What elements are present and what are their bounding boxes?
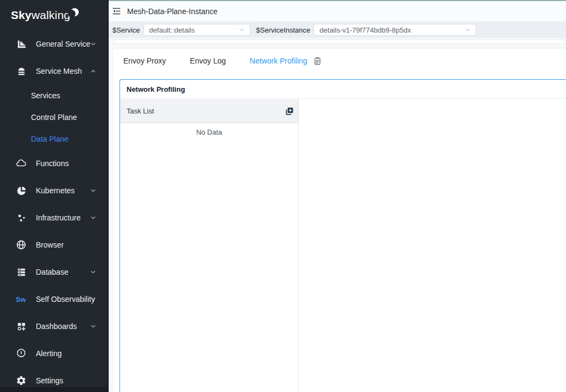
- sidebar-item-services[interactable]: Services: [0, 85, 108, 106]
- panel-body: Task List No Data: [120, 99, 566, 392]
- sidebar-item-general-service[interactable]: General Service: [0, 30, 108, 58]
- tab-envoy-proxy[interactable]: Envoy Proxy: [123, 56, 166, 65]
- pie-chart-icon: [16, 185, 27, 196]
- logo-text-primary: Sky: [11, 9, 32, 22]
- task-list-header: Task List: [120, 99, 298, 123]
- sidebar-item-label: Functions: [36, 159, 69, 168]
- sidebar-item-label: Dashboards: [36, 322, 77, 331]
- sidebar-footer-bar: [0, 387, 108, 392]
- no-data-message: No Data: [120, 128, 298, 136]
- database-icon: [16, 267, 27, 277]
- network-profiling-panel: Network Profiling Task List No Data: [120, 79, 566, 392]
- sidebar-item-data-plane[interactable]: Data Plane: [0, 128, 108, 150]
- sidebar-item-label: Settings: [36, 376, 64, 385]
- service-instance-label: $ServiceInstance: [256, 26, 311, 34]
- sidebar-item-browser[interactable]: Browser: [0, 231, 108, 258]
- mesh-layers-icon: [16, 66, 27, 77]
- sidebar-item-label: Alerting: [36, 349, 61, 358]
- chevron-down-icon: [90, 296, 97, 303]
- gear-icon: [16, 375, 27, 386]
- task-list-title: Task List: [127, 107, 154, 115]
- clipboard-icon[interactable]: [313, 56, 322, 66]
- new-task-button[interactable]: [285, 106, 294, 116]
- chevron-down-icon: [90, 214, 97, 222]
- sidebar-item-functions[interactable]: Functions: [0, 150, 108, 177]
- sidebar-item-dashboards[interactable]: Dashboards: [0, 313, 108, 340]
- filter-bar: $Service default::details $ServiceInstan…: [109, 22, 566, 38]
- collapsed-widget-edge: [113, 40, 566, 44]
- cloud-icon: [16, 158, 27, 169]
- sidebar-item-label: Kubernetes: [36, 186, 75, 195]
- page-header: Mesh-Data-Plane-Instance: [109, 1, 566, 22]
- skywalking-logo[interactable]: Skywalking: [0, 0, 108, 30]
- globe-icon: [16, 239, 27, 250]
- logo-text-secondary: walking: [32, 9, 70, 22]
- sidebar-item-database[interactable]: Database: [0, 258, 108, 286]
- dashboard-scroll-area[interactable]: Envoy Proxy Envoy Log Network Profiling …: [109, 38, 566, 392]
- sidebar-item-service-mesh[interactable]: Service Mesh: [0, 58, 108, 85]
- sidebar-item-infrastructure[interactable]: Infrastructure: [0, 204, 108, 231]
- profiling-result-area: [299, 99, 566, 392]
- sidebar-item-label: Database: [36, 268, 68, 276]
- dots-cluster-icon: [16, 212, 27, 223]
- service-select[interactable]: default::details: [143, 24, 250, 36]
- tab-envoy-log[interactable]: Envoy Log: [190, 56, 226, 65]
- sidebar-item-control-plane[interactable]: Control Plane: [0, 106, 108, 128]
- sidebar-item-label: Control Plane: [31, 113, 77, 122]
- crescent-moon-icon: [71, 8, 79, 16]
- chevron-down-icon: [90, 41, 97, 48]
- service-select-value: default::details: [149, 26, 195, 34]
- content-area: Mesh-Data-Plane-Instance $Service defaul…: [109, 0, 566, 392]
- sidebar-item-label: Service Mesh: [36, 67, 82, 75]
- service-instance-select-value: details-v1-79f774bdb9-8p5dx: [319, 26, 411, 34]
- alert-hexagon-icon: [16, 348, 27, 359]
- service-label: $Service: [112, 26, 140, 34]
- sidebar-item-label: General Service: [36, 40, 90, 48]
- chevron-up-icon: [90, 68, 97, 75]
- chevron-down-icon: [90, 323, 97, 330]
- sidebar-item-label: Self Observability: [36, 295, 95, 304]
- sidebar-item-label: Browser: [36, 241, 64, 249]
- tab-card: Envoy Proxy Envoy Log Network Profiling …: [113, 49, 566, 392]
- chevron-down-icon: [90, 269, 97, 276]
- menu-fold-icon[interactable]: [112, 7, 121, 16]
- sidebar-item-kubernetes[interactable]: Kubernetes: [0, 177, 108, 204]
- bar-chart-icon: [16, 39, 27, 49]
- chevron-down-icon: [90, 187, 97, 194]
- sidebar-item-label: Data Plane: [31, 135, 68, 143]
- sidebar-item-label: Services: [31, 91, 60, 100]
- panel-title: Network Profiling: [120, 80, 566, 99]
- tab-bar: Envoy Proxy Envoy Log Network Profiling: [113, 49, 566, 73]
- sidebar-item-self-observability[interactable]: Sw Self Observability: [0, 286, 108, 313]
- chevron-down-icon: [238, 26, 246, 34]
- sidebar: Skywalking General Service Service Mesh …: [0, 0, 109, 392]
- service-instance-select[interactable]: details-v1-79f774bdb9-8p5dx: [313, 24, 476, 36]
- page-title: Mesh-Data-Plane-Instance: [127, 7, 218, 16]
- skywalking-mark-icon: Sw: [16, 294, 27, 305]
- task-list-column: Task List No Data: [120, 99, 299, 392]
- tab-network-profiling[interactable]: Network Profiling: [250, 56, 307, 65]
- dashboard-grid-icon: [16, 321, 27, 332]
- sidebar-item-label: Infrastructure: [36, 213, 80, 222]
- chevron-down-icon: [464, 26, 471, 34]
- sidebar-item-alerting[interactable]: Alerting: [0, 340, 108, 367]
